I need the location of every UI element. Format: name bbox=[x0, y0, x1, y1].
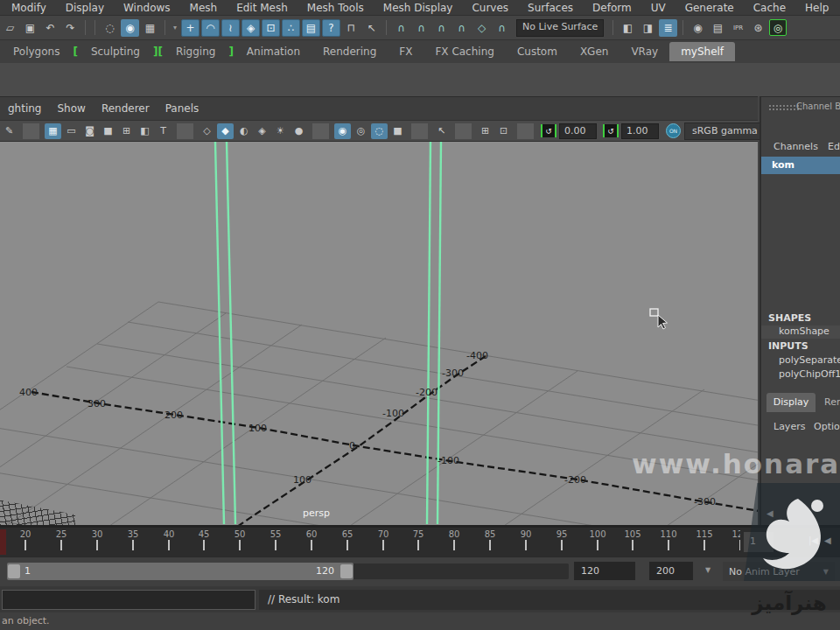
collapse-arrow-icon[interactable]: ◀ bbox=[766, 508, 774, 518]
tab-rigging[interactable]: Rigging bbox=[164, 42, 227, 61]
channels-menu[interactable]: Channels bbox=[774, 141, 818, 152]
tab-vray[interactable]: VRay bbox=[620, 42, 669, 61]
snap-projected-center-icon[interactable]: ∩ bbox=[452, 19, 471, 37]
snap-point-icon[interactable]: ∩ bbox=[432, 19, 451, 37]
node-polySeparate[interactable]: polySeparate16 bbox=[761, 354, 840, 366]
tab-rendering[interactable]: Rendering bbox=[312, 42, 388, 61]
panel-menu-renderer[interactable]: Renderer bbox=[94, 102, 158, 116]
motion-blur-icon[interactable]: ◌ bbox=[371, 123, 388, 139]
panel-menu-show[interactable]: Show bbox=[49, 102, 93, 116]
menu-mesh[interactable]: Mesh bbox=[180, 1, 228, 15]
occlusion-icon[interactable]: ◎ bbox=[353, 123, 369, 139]
help-tool-icon[interactable]: ? bbox=[322, 19, 340, 37]
snap-curve-icon[interactable]: ∩ bbox=[412, 19, 430, 37]
menu-modify[interactable]: Modify bbox=[2, 1, 56, 15]
exposure-box-icon[interactable]: ■ bbox=[389, 123, 406, 139]
field-chart-icon[interactable]: ⊞ bbox=[118, 123, 135, 139]
lasso-tool-icon[interactable]: ◠ bbox=[201, 19, 220, 37]
isolate-select-icon[interactable]: ⊞ bbox=[477, 123, 494, 139]
snap-grid-icon[interactable]: ∩ bbox=[392, 19, 410, 37]
panel-menu-panels[interactable]: Panels bbox=[158, 102, 207, 116]
menu-mesh-display[interactable]: Mesh Display bbox=[374, 1, 463, 15]
ipr-render-icon[interactable]: IPR bbox=[729, 19, 747, 37]
step-back-button[interactable]: ◀ bbox=[824, 536, 831, 545]
textured-mode-icon[interactable]: ◈ bbox=[254, 123, 270, 139]
select-object-icon[interactable]: ◉ bbox=[121, 19, 139, 37]
go-to-start-button[interactable]: |◀ bbox=[808, 536, 818, 545]
snap-view-plane-icon[interactable]: ∩ bbox=[493, 19, 511, 37]
gamma-field[interactable]: 1.00 bbox=[621, 123, 659, 139]
animation-end-field[interactable]: 200 bbox=[649, 562, 693, 580]
grid-toggle-icon[interactable]: ▦ bbox=[45, 123, 61, 139]
flat-lighting-icon[interactable]: ◐ bbox=[235, 123, 252, 139]
make-live-icon[interactable]: ◇ bbox=[472, 19, 491, 37]
lights-icon[interactable]: ☀ bbox=[272, 123, 289, 139]
open-scene-icon[interactable]: ▱ bbox=[1, 19, 19, 37]
undo-icon[interactable]: ↶ bbox=[41, 19, 60, 37]
time-slider[interactable]: 20 25 30 35 40 45 bbox=[0, 525, 840, 559]
exposure-field[interactable]: 0.00 bbox=[559, 123, 597, 139]
menu-mesh-tools[interactable]: Mesh Tools bbox=[298, 1, 374, 15]
tab-sculpting[interactable]: Sculpting bbox=[80, 42, 151, 61]
input-connections-icon[interactable]: ◧ bbox=[619, 19, 637, 37]
range-slider-bar[interactable]: 1 120 bbox=[7, 563, 354, 580]
tab-animation[interactable]: Animation bbox=[235, 42, 312, 61]
tab-polygons[interactable]: Polygons bbox=[2, 42, 71, 61]
anim-layer-dropdown[interactable]: No Anim Layer ▼ bbox=[723, 562, 835, 581]
clapper-tool-icon[interactable]: ▤ bbox=[302, 19, 320, 37]
cluster-tool-icon[interactable]: ∴ bbox=[282, 19, 300, 37]
menu-edit-mesh[interactable]: Edit Mesh bbox=[227, 1, 298, 15]
tab-myshelf[interactable]: myShelf bbox=[669, 42, 735, 61]
single-pane-icon[interactable]: ⊡ bbox=[495, 123, 512, 139]
gamma-icon[interactable]: ↺ bbox=[603, 124, 619, 137]
node-komShape[interactable]: komShape bbox=[761, 326, 840, 339]
menu-windows[interactable]: Windows bbox=[114, 1, 180, 15]
color-management-toggle[interactable]: ON bbox=[666, 123, 681, 138]
menu-deform[interactable]: Deform bbox=[583, 1, 641, 15]
arnold-renderview-icon[interactable]: ◎ bbox=[769, 19, 787, 36]
skydome-icon[interactable]: ◉ bbox=[334, 123, 351, 139]
menu-help[interactable]: Help bbox=[795, 1, 838, 15]
wireframe-mode-icon[interactable]: ◇ bbox=[199, 123, 215, 139]
resolution-gate-icon[interactable]: ◙ bbox=[81, 123, 98, 139]
tab-fx-caching[interactable]: FX Caching bbox=[424, 42, 505, 61]
layer-options-menu[interactable]: Options bbox=[814, 421, 840, 432]
current-time-field[interactable]: 1 bbox=[744, 532, 774, 552]
range-end-handle[interactable] bbox=[340, 564, 353, 578]
marquee-tool-icon[interactable]: ⊡ bbox=[262, 19, 280, 37]
current-frame-marker[interactable] bbox=[0, 529, 6, 555]
safe-title-icon[interactable]: T bbox=[155, 123, 172, 139]
tab-display[interactable]: Display bbox=[766, 393, 816, 412]
channelbox-edit-menu[interactable]: Edit bbox=[828, 141, 840, 152]
save-scene-icon[interactable]: ▣ bbox=[21, 19, 39, 37]
gate-mask-icon[interactable]: ■ bbox=[100, 123, 116, 139]
tab-custom[interactable]: Custom bbox=[506, 42, 569, 61]
time-slider-track[interactable]: 20 25 30 35 40 45 bbox=[0, 528, 740, 556]
shaded-mode-icon[interactable]: ◆ bbox=[217, 123, 234, 139]
render-view-icon[interactable]: ◉ bbox=[689, 19, 707, 37]
viewport-select-icon[interactable]: ↖ bbox=[433, 123, 450, 139]
film-gate-icon[interactable]: ▭ bbox=[63, 123, 80, 139]
pencil-icon[interactable]: ✎ bbox=[1, 123, 18, 139]
pick-cursor-icon[interactable]: ↖ bbox=[362, 19, 381, 37]
safe-action-icon[interactable]: ◧ bbox=[136, 123, 153, 139]
panel-menu-lighting[interactable]: ghting bbox=[0, 102, 49, 116]
construction-history-icon[interactable]: ≣ bbox=[659, 19, 677, 37]
chevron-down-icon[interactable]: ▼ bbox=[705, 566, 710, 574]
selection-mask-dropdown-icon[interactable]: ▾ bbox=[171, 19, 179, 37]
viewport-canvas[interactable]: 4003002001000-100-200-300-400-300-200-10… bbox=[0, 142, 758, 527]
tab-render[interactable]: Render bbox=[824, 396, 840, 408]
menu-display[interactable]: Display bbox=[56, 1, 114, 15]
render-current-frame-icon[interactable]: ▤ bbox=[709, 19, 727, 37]
shadows-icon[interactable]: ● bbox=[290, 123, 307, 139]
render-settings-icon[interactable]: ⊛ bbox=[749, 19, 767, 37]
scale-tool-icon[interactable]: ◈ bbox=[242, 19, 260, 37]
menu-cache[interactable]: Cache bbox=[744, 1, 795, 15]
playback-end-field[interactable]: 120 bbox=[574, 562, 635, 580]
layers-menu[interactable]: Layers bbox=[774, 421, 805, 432]
tab-fx[interactable]: FX bbox=[388, 42, 424, 61]
menu-curves[interactable]: Curves bbox=[462, 1, 518, 15]
move-tool-icon[interactable]: + bbox=[181, 19, 200, 37]
menu-generate[interactable]: Generate bbox=[676, 1, 744, 15]
select-component-icon[interactable]: ▦ bbox=[141, 19, 159, 37]
